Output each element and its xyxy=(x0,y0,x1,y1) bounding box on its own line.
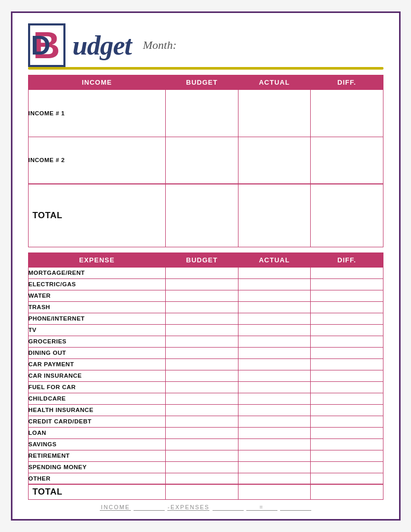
expense-row-6-actual[interactable] xyxy=(238,336,310,347)
expense-row-9-label: CAR INSURANCE xyxy=(28,370,166,381)
income-row-1-diff[interactable] xyxy=(311,90,383,137)
income-row-1-budget[interactable] xyxy=(166,90,238,137)
expense-actual-col-header: ACTUAL xyxy=(238,252,310,267)
table-row: INCOME # 2 xyxy=(28,137,383,184)
expense-row-0-label: MORTGAGE/RENT xyxy=(28,267,166,278)
income-total-budget[interactable] xyxy=(166,184,238,247)
income-total-diff[interactable] xyxy=(311,184,383,247)
footer-equals-label: = xyxy=(246,504,277,511)
income-total-actual[interactable] xyxy=(238,184,310,247)
expense-row-13-actual[interactable] xyxy=(238,416,310,427)
income-row-2-budget[interactable] xyxy=(166,137,238,184)
expense-row-10-diff[interactable] xyxy=(311,381,383,393)
expense-row-16-label: RETIREMENT xyxy=(28,450,166,461)
expense-row-12-diff[interactable] xyxy=(311,404,383,416)
expense-row-2-actual[interactable] xyxy=(238,290,310,301)
income-col-header: INCOME xyxy=(28,75,166,90)
expense-row-15-label: SAVINGS xyxy=(28,438,166,450)
expense-row-3-actual[interactable] xyxy=(238,301,310,313)
expense-row-11-actual[interactable] xyxy=(238,393,310,404)
expense-row-14-budget[interactable] xyxy=(166,427,238,438)
expense-row-1-budget[interactable] xyxy=(166,278,238,290)
expense-row-1-label: ELECTRIC/GAS xyxy=(28,278,166,290)
expense-total-actual[interactable] xyxy=(238,484,310,500)
expense-row-17-actual[interactable] xyxy=(238,461,310,473)
expense-row-10-budget[interactable] xyxy=(166,381,238,393)
expense-row-3-diff[interactable] xyxy=(311,301,383,313)
expense-row-18-budget[interactable] xyxy=(166,473,238,484)
expense-row-5-budget[interactable] xyxy=(166,324,238,336)
expense-row-7-budget[interactable] xyxy=(166,347,238,358)
expense-row-1-diff[interactable] xyxy=(311,278,383,290)
table-row: INCOME # 1 xyxy=(28,90,383,137)
expense-row-8-budget[interactable] xyxy=(166,358,238,370)
expense-row-9-budget[interactable] xyxy=(166,370,238,381)
footer-income-blank xyxy=(134,504,165,511)
table-row: HEALTH INSURANCE xyxy=(28,404,383,416)
income-budget-col-header: BUDGET xyxy=(166,75,238,90)
expense-row-18-actual[interactable] xyxy=(238,473,310,484)
footer-expenses-blank xyxy=(213,504,244,511)
expense-row-10-actual[interactable] xyxy=(238,381,310,393)
expense-row-8-actual[interactable] xyxy=(238,358,310,370)
footer-formula: INCOME -EXPENSES = xyxy=(28,504,383,511)
expense-row-0-actual[interactable] xyxy=(238,267,310,278)
header: B D udget Month: xyxy=(28,25,383,65)
expense-total-budget[interactable] xyxy=(166,484,238,500)
table-row: OTHER xyxy=(28,473,383,484)
expense-diff-col-header: DIFF. xyxy=(311,252,383,267)
expense-row-12-actual[interactable] xyxy=(238,404,310,416)
expense-row-4-diff[interactable] xyxy=(311,313,383,324)
expense-row-17-diff[interactable] xyxy=(311,461,383,473)
expense-row-11-budget[interactable] xyxy=(166,393,238,404)
expense-row-13-label: CREDIT CARD/DEBT xyxy=(28,416,166,427)
month-label: Month: xyxy=(143,38,177,52)
expense-total-row: TOTAL xyxy=(28,484,383,500)
expense-row-4-actual[interactable] xyxy=(238,313,310,324)
expense-row-16-actual[interactable] xyxy=(238,450,310,461)
expense-header-row: EXPENSE BUDGET ACTUAL DIFF. xyxy=(28,252,383,267)
expense-row-5-label: TV xyxy=(28,324,166,336)
expense-row-2-diff[interactable] xyxy=(311,290,383,301)
expense-row-7-actual[interactable] xyxy=(238,347,310,358)
expense-total-diff[interactable] xyxy=(311,484,383,500)
expense-row-9-diff[interactable] xyxy=(311,370,383,381)
expense-row-13-diff[interactable] xyxy=(311,416,383,427)
expense-row-15-actual[interactable] xyxy=(238,438,310,450)
expense-row-8-diff[interactable] xyxy=(311,358,383,370)
expense-row-11-diff[interactable] xyxy=(311,393,383,404)
expense-row-17-label: SPENDING MONEY xyxy=(28,461,166,473)
expense-row-17-budget[interactable] xyxy=(166,461,238,473)
expense-row-12-budget[interactable] xyxy=(166,404,238,416)
expense-row-16-diff[interactable] xyxy=(311,450,383,461)
income-row-1-actual[interactable] xyxy=(238,90,310,137)
logo: B D xyxy=(28,25,65,65)
income-actual-col-header: ACTUAL xyxy=(238,75,310,90)
expense-row-18-diff[interactable] xyxy=(311,473,383,484)
expense-row-14-diff[interactable] xyxy=(311,427,383,438)
expense-row-0-budget[interactable] xyxy=(166,267,238,278)
income-row-2-actual[interactable] xyxy=(238,137,310,184)
income-row-1-label: INCOME # 1 xyxy=(28,90,166,137)
expense-row-15-diff[interactable] xyxy=(311,438,383,450)
expense-row-16-budget[interactable] xyxy=(166,450,238,461)
expense-row-13-budget[interactable] xyxy=(166,416,238,427)
expense-row-6-budget[interactable] xyxy=(166,336,238,347)
expense-row-5-actual[interactable] xyxy=(238,324,310,336)
expense-row-9-actual[interactable] xyxy=(238,370,310,381)
expense-row-0-diff[interactable] xyxy=(311,267,383,278)
expense-row-5-diff[interactable] xyxy=(311,324,383,336)
income-row-2-diff[interactable] xyxy=(311,137,383,184)
table-row: ELECTRIC/GAS xyxy=(28,278,383,290)
table-row: SPENDING MONEY xyxy=(28,461,383,473)
expense-row-2-budget[interactable] xyxy=(166,290,238,301)
expense-row-14-actual[interactable] xyxy=(238,427,310,438)
expense-row-4-budget[interactable] xyxy=(166,313,238,324)
expense-row-6-diff[interactable] xyxy=(311,336,383,347)
expense-row-12-label: HEALTH INSURANCE xyxy=(28,404,166,416)
expense-row-1-actual[interactable] xyxy=(238,278,310,290)
expense-row-3-budget[interactable] xyxy=(166,301,238,313)
expense-row-15-budget[interactable] xyxy=(166,438,238,450)
logo-d-letter: D xyxy=(31,30,51,61)
expense-row-7-diff[interactable] xyxy=(311,347,383,358)
